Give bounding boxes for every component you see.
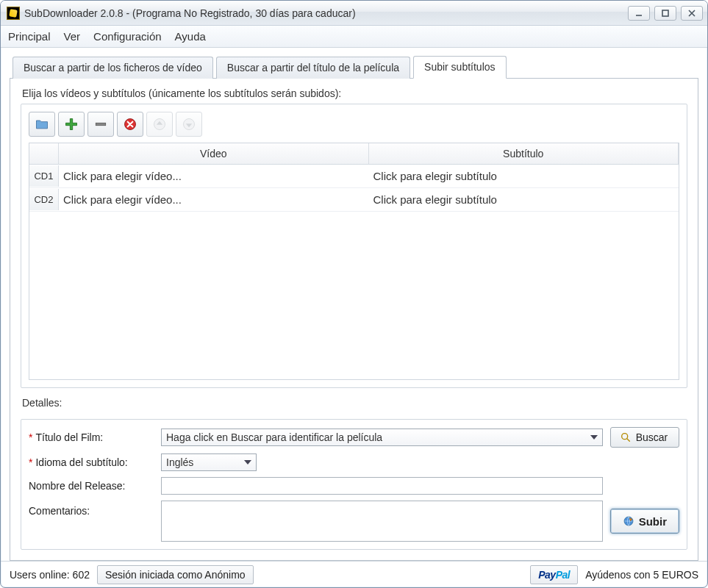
search-film-label: Buscar xyxy=(636,431,668,443)
col-video: Vídeo xyxy=(59,143,369,164)
move-down-button[interactable] xyxy=(176,112,202,137)
cancel-icon xyxy=(123,117,137,132)
menu-ver[interactable]: Ver xyxy=(64,30,81,43)
users-online-label: Users online: 602 xyxy=(10,569,90,581)
svg-rect-0 xyxy=(662,10,668,16)
tab-upload-subtitles[interactable]: Subir subtítulos xyxy=(413,56,507,79)
arrow-up-icon xyxy=(152,117,167,132)
folder-icon xyxy=(35,117,49,132)
menu-principal[interactable]: Principal xyxy=(8,30,51,43)
globe-upload-icon xyxy=(623,515,634,527)
close-button[interactable] xyxy=(681,6,703,21)
search-icon xyxy=(620,431,632,443)
cell-video-picker[interactable]: Click para elegir vídeo... xyxy=(59,188,369,211)
subtitle-lang-value: Inglés xyxy=(166,456,193,468)
details-heading: Detalles: xyxy=(22,397,687,409)
col-subtitle: Subtítulo xyxy=(369,143,679,164)
cell-cd: CD1 xyxy=(29,165,59,187)
arrow-down-icon xyxy=(182,117,196,132)
details-group: *Título del Film: Haga click en Buscar p… xyxy=(21,419,687,550)
app-icon xyxy=(7,7,20,20)
close-icon xyxy=(687,9,696,18)
move-up-button[interactable] xyxy=(146,112,173,137)
table-row: CD2 Click para elegir vídeo... Click par… xyxy=(29,188,679,212)
app-window: SubDownloader 2.0.8 - (Programa No Regis… xyxy=(0,0,708,588)
upload-button[interactable]: Subir xyxy=(610,509,679,534)
tab-search-by-file[interactable]: Buscar a partir de los ficheros de vídeo xyxy=(12,57,213,79)
subtitle-lang-combo[interactable]: Inglés xyxy=(161,453,257,471)
col-cd xyxy=(29,143,59,164)
chevron-down-icon xyxy=(244,460,251,465)
files-table: Vídeo Subtítulo CD1 Click para elegir ví… xyxy=(29,143,679,380)
paypal-button[interactable]: PayPal xyxy=(530,565,578,584)
svg-point-5 xyxy=(621,434,627,440)
minus-icon xyxy=(93,117,108,132)
svg-rect-1 xyxy=(96,123,105,125)
minimize-icon xyxy=(634,9,643,18)
clear-all-button[interactable] xyxy=(117,112,143,137)
cell-cd: CD2 xyxy=(29,189,59,210)
cell-video-picker[interactable]: Click para elegir vídeo... xyxy=(59,165,369,187)
content-area: Buscar a partir de los ficheros de vídeo… xyxy=(1,48,707,561)
upload-button-label: Subir xyxy=(639,515,667,528)
window-controls xyxy=(628,6,703,21)
release-name-input[interactable] xyxy=(161,477,603,495)
upload-instruction: Elija los vídeos y subtítulos (únicament… xyxy=(22,87,687,99)
files-table-head: Vídeo Subtítulo xyxy=(29,143,679,165)
comments-input[interactable] xyxy=(161,501,603,542)
browse-folder-button[interactable] xyxy=(29,112,55,137)
search-film-button[interactable]: Buscar xyxy=(610,427,679,448)
files-toolbar xyxy=(29,112,679,137)
window-title: SubDownloader 2.0.8 - (Programa No Regis… xyxy=(24,7,628,19)
paypal-icon: PayPal xyxy=(538,569,570,581)
menu-configuracion[interactable]: Configuración xyxy=(93,30,162,43)
film-title-combo[interactable]: Haga click en Buscar para identificar la… xyxy=(161,429,603,446)
files-table-body: CD1 Click para elegir vídeo... Click par… xyxy=(29,165,679,379)
cell-subtitle-picker[interactable]: Click para elegir subtítulo xyxy=(369,188,679,211)
session-status[interactable]: Sesión iniciada como Anónimo xyxy=(97,565,254,584)
files-group: Vídeo Subtítulo CD1 Click para elegir ví… xyxy=(21,104,687,388)
tab-panel-upload: Elija los vídeos y subtítulos (únicament… xyxy=(10,79,698,561)
donate-label: Ayúdenos con 5 EUROS xyxy=(585,569,698,581)
maximize-button[interactable] xyxy=(654,6,676,21)
release-name-label: Nombre del Release: xyxy=(29,480,154,492)
statusbar: Users online: 602 Sesión iniciada como A… xyxy=(1,561,707,587)
table-row: CD1 Click para elegir vídeo... Click par… xyxy=(29,165,679,188)
cell-subtitle-picker[interactable]: Click para elegir subtítulo xyxy=(369,165,679,187)
remove-row-button[interactable] xyxy=(87,112,114,137)
maximize-icon xyxy=(661,9,670,18)
menubar: Principal Ver Configuración Ayuda xyxy=(1,26,707,48)
plus-icon xyxy=(64,117,79,132)
tab-strip: Buscar a partir de los ficheros de vídeo… xyxy=(10,55,698,79)
tab-search-by-title[interactable]: Buscar a partir del título de la películ… xyxy=(216,57,410,79)
comments-label: Comentarios: xyxy=(29,501,154,517)
menu-ayuda[interactable]: Ayuda xyxy=(175,30,206,43)
film-title-value: Haga click en Buscar para identificar la… xyxy=(166,431,382,443)
titlebar: SubDownloader 2.0.8 - (Programa No Regis… xyxy=(1,1,707,26)
film-title-label: *Título del Film: xyxy=(29,431,154,443)
subtitle-lang-label: *Idioma del subtítulo: xyxy=(29,456,154,468)
users-online-value: 602 xyxy=(73,569,90,581)
chevron-down-icon xyxy=(590,435,598,440)
minimize-button[interactable] xyxy=(628,6,650,21)
add-row-button[interactable] xyxy=(58,112,85,137)
